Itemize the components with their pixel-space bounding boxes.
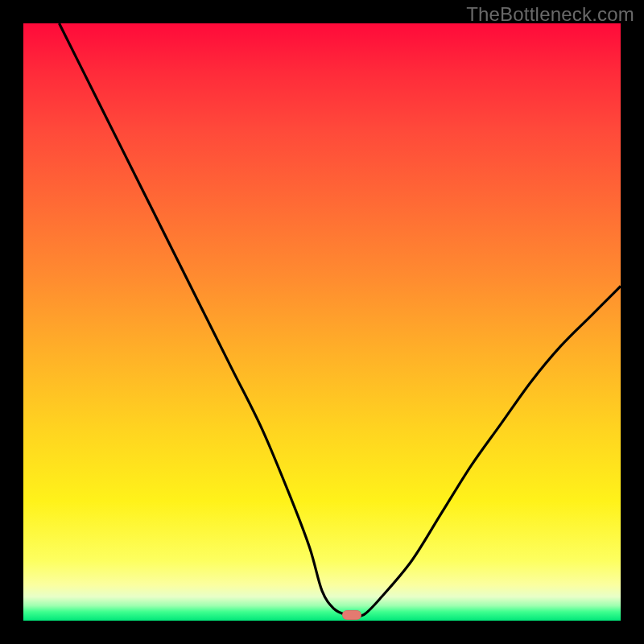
- bottleneck-marker: [342, 610, 361, 620]
- curve-path: [60, 23, 621, 616]
- plot-area: [23, 23, 621, 621]
- chart-frame: TheBottleneck.com: [0, 0, 644, 644]
- watermark-text: TheBottleneck.com: [466, 3, 634, 26]
- bottleneck-curve: [23, 23, 621, 621]
